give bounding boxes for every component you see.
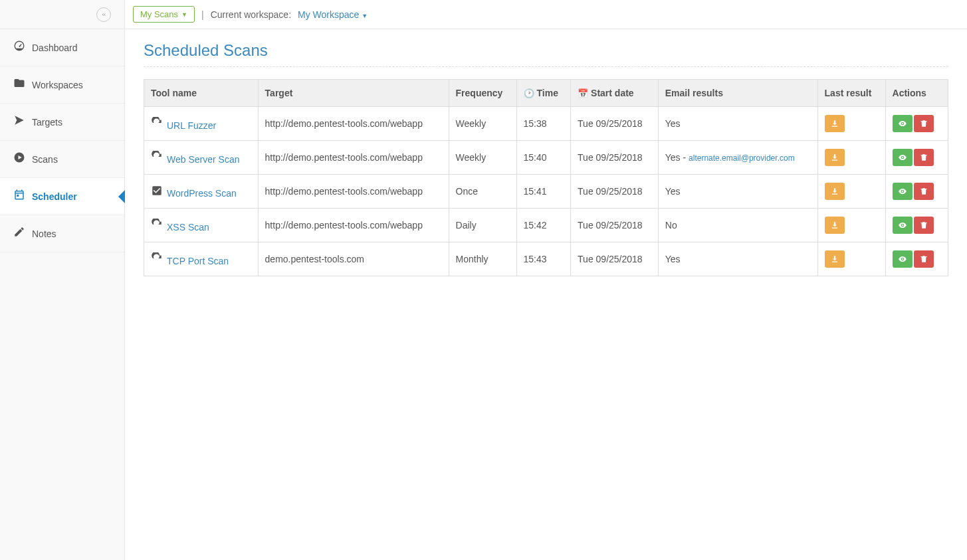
th-start-date[interactable]: 📅Start date <box>571 80 659 107</box>
cell-actions <box>885 209 948 242</box>
cell-last-result <box>817 242 885 276</box>
content: Scheduled Scans Tool name Target Frequen… <box>125 29 967 288</box>
delete-button[interactable] <box>914 217 934 234</box>
check-icon <box>151 185 163 199</box>
view-button[interactable] <box>893 149 913 166</box>
delete-button[interactable] <box>914 149 934 166</box>
refresh-icon <box>151 117 163 131</box>
page-title: Scheduled Scans <box>144 41 948 67</box>
clock-icon: 🕑 <box>524 88 534 98</box>
cell-email: Yes <box>658 175 817 209</box>
cell-actions <box>885 175 948 209</box>
cell-target: http://demo.pentest-tools.com/webapp <box>258 209 449 242</box>
cell-email: Yes - alternate.email@provider.com <box>658 141 817 175</box>
sidebar: Dashboard Workspaces Targets Scans Sched… <box>0 0 125 560</box>
plane-icon <box>13 114 32 130</box>
view-button[interactable] <box>893 217 913 234</box>
th-target[interactable]: Target <box>258 80 449 107</box>
delete-button[interactable] <box>914 250 934 268</box>
th-frequency[interactable]: Frequency <box>449 80 516 107</box>
sidebar-item-label: Scans <box>32 154 58 165</box>
chevron-left-icon <box>100 11 107 18</box>
cell-time: 15:42 <box>516 209 571 242</box>
table-row: TCP Port Scandemo.pentest-tools.comMonth… <box>144 242 948 276</box>
chevron-down-icon: ▼ <box>362 13 368 19</box>
cell-target: demo.pentest-tools.com <box>258 242 449 276</box>
cell-last-result <box>817 141 885 175</box>
cell-email: No <box>658 209 817 242</box>
dashboard-icon <box>13 40 32 55</box>
sidebar-item-scans[interactable]: Scans <box>0 141 124 178</box>
calendar-icon <box>13 189 32 204</box>
th-tool[interactable]: Tool name <box>144 80 259 107</box>
my-scans-dropdown[interactable]: My Scans ▼ <box>133 6 195 23</box>
download-button[interactable] <box>825 149 845 166</box>
cell-target: http://demo.pentest-tools.com/webapp <box>258 107 449 141</box>
cell-target: http://demo.pentest-tools.com/webapp <box>258 141 449 175</box>
collapse-sidebar-button[interactable] <box>96 7 111 22</box>
workspace-dropdown[interactable]: My Workspace ▼ <box>298 9 368 20</box>
divider: | <box>201 9 204 20</box>
sidebar-item-dashboard[interactable]: Dashboard <box>0 29 124 66</box>
download-button[interactable] <box>825 115 845 132</box>
cell-last-result <box>817 209 885 242</box>
download-button[interactable] <box>825 217 845 234</box>
download-button[interactable] <box>825 250 845 268</box>
tool-link[interactable]: WordPress Scan <box>167 188 237 199</box>
delete-button[interactable] <box>914 115 934 132</box>
table-row: URL Fuzzerhttp://demo.pentest-tools.com/… <box>144 107 948 141</box>
th-actions[interactable]: Actions <box>885 80 948 107</box>
cell-email: Yes <box>658 242 817 276</box>
table-row: XSS Scanhttp://demo.pentest-tools.com/we… <box>144 209 948 242</box>
th-time[interactable]: 🕑Time <box>516 80 571 107</box>
edit-icon <box>13 226 32 241</box>
refresh-icon <box>151 252 163 266</box>
view-button[interactable] <box>893 183 913 200</box>
sidebar-item-scheduler[interactable]: Scheduler <box>0 178 124 215</box>
cell-actions <box>885 242 948 276</box>
sidebar-top <box>0 0 124 29</box>
cell-start: Tue 09/25/2018 <box>571 175 659 209</box>
cell-email: Yes <box>658 107 817 141</box>
cell-start: Tue 09/25/2018 <box>571 107 659 141</box>
tool-link[interactable]: URL Fuzzer <box>167 120 216 131</box>
tool-link[interactable]: XSS Scan <box>167 222 209 233</box>
sidebar-item-notes[interactable]: Notes <box>0 215 124 252</box>
view-button[interactable] <box>893 250 913 268</box>
cell-time: 15:43 <box>516 242 571 276</box>
cell-frequency: Monthly <box>449 242 516 276</box>
scheduled-scans-table: Tool name Target Frequency 🕑Time 📅Start … <box>144 79 948 276</box>
email-link[interactable]: alternate.email@provider.com <box>689 153 795 163</box>
topbar: My Scans ▼ | Current workspace: My Works… <box>125 0 967 29</box>
sidebar-item-label: Workspaces <box>32 80 83 90</box>
cell-frequency: Weekly <box>449 141 516 175</box>
sidebar-item-workspaces[interactable]: Workspaces <box>0 66 124 104</box>
chevron-down-icon: ▼ <box>181 11 187 18</box>
th-email[interactable]: Email results <box>658 80 817 107</box>
cell-frequency: Daily <box>449 209 516 242</box>
tool-link[interactable]: Web Server Scan <box>167 154 239 165</box>
view-button[interactable] <box>893 115 913 132</box>
delete-button[interactable] <box>914 183 934 200</box>
folder-icon <box>13 77 32 92</box>
table-row: WordPress Scanhttp://demo.pentest-tools.… <box>144 175 948 209</box>
cell-start: Tue 09/25/2018 <box>571 141 659 175</box>
cell-actions <box>885 107 948 141</box>
cell-frequency: Once <box>449 175 516 209</box>
cell-start: Tue 09/25/2018 <box>571 242 659 276</box>
cell-time: 15:41 <box>516 175 571 209</box>
sidebar-item-label: Scheduler <box>32 191 77 202</box>
workspace-label: Current workspace: <box>211 9 291 20</box>
sidebar-item-targets[interactable]: Targets <box>0 104 124 141</box>
table-row: Web Server Scanhttp://demo.pentest-tools… <box>144 141 948 175</box>
cell-target: http://demo.pentest-tools.com/webapp <box>258 175 449 209</box>
download-button[interactable] <box>825 183 845 200</box>
refresh-icon <box>151 151 163 165</box>
cell-start: Tue 09/25/2018 <box>571 209 659 242</box>
th-last-result[interactable]: Last result <box>817 80 885 107</box>
main: My Scans ▼ | Current workspace: My Works… <box>125 0 967 560</box>
cell-time: 15:38 <box>516 107 571 141</box>
tool-link[interactable]: TCP Port Scan <box>167 256 229 266</box>
cell-last-result <box>817 175 885 209</box>
calendar-icon: 📅 <box>578 88 588 98</box>
